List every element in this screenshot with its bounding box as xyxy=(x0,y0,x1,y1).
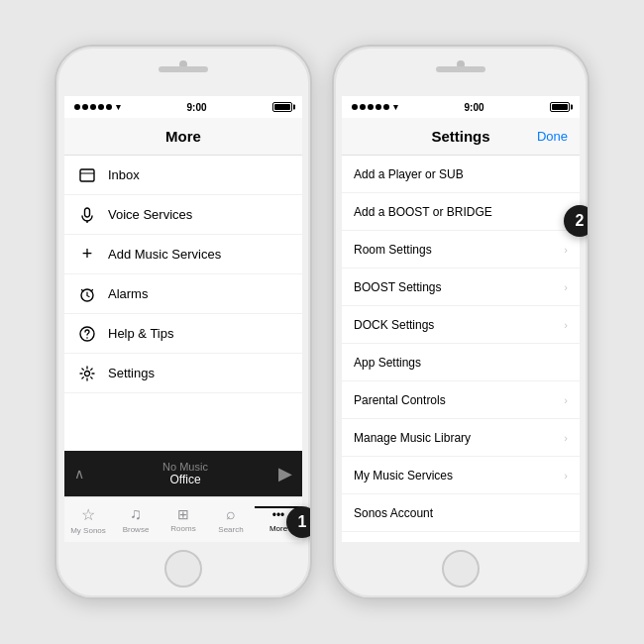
phone-home-button-1[interactable] xyxy=(164,550,202,588)
battery-2 xyxy=(550,102,570,112)
dock-chevron: › xyxy=(564,319,568,331)
alarms-label: Alarms xyxy=(108,286,290,301)
help-icon xyxy=(76,323,98,345)
status-bar-1: ▾ 9:00 xyxy=(64,96,302,118)
settings-datetime[interactable]: Date & Time Settings › xyxy=(342,532,580,542)
svg-point-6 xyxy=(85,371,90,376)
alarm-icon xyxy=(76,283,98,305)
rooms-label: Rooms xyxy=(170,524,195,533)
room-chevron: › xyxy=(564,244,568,256)
add-icon: + xyxy=(76,244,98,266)
nav-bar-2: Settings Done xyxy=(342,118,580,156)
settings-parental[interactable]: Parental Controls › xyxy=(342,381,580,419)
add-boost-label: Add a BOOST or BRIDGE xyxy=(354,205,568,219)
dot4 xyxy=(98,104,104,110)
svg-rect-0 xyxy=(80,169,94,181)
play-icon-1[interactable]: ▶ xyxy=(278,463,292,484)
my-sonos-icon: ☆ xyxy=(81,505,95,524)
player-info-1: No Music Office xyxy=(92,461,278,486)
settings-list: Add a Player or SUB Add a BOOST or BRIDG… xyxy=(342,156,580,542)
wifi-icon-1: ▾ xyxy=(116,102,121,112)
rooms-icon: ⊞ xyxy=(177,506,189,522)
settings-app[interactable]: App Settings xyxy=(342,344,580,381)
boost-chevron: › xyxy=(564,281,568,293)
music-library-chevron: › xyxy=(564,432,568,444)
settings-label: Settings xyxy=(108,366,290,380)
svg-rect-1 xyxy=(85,208,90,217)
settings-dock[interactable]: DOCK Settings › xyxy=(342,306,580,344)
browse-label: Browse xyxy=(123,525,150,534)
music-services-label: My Music Services xyxy=(354,469,564,483)
wifi-icon-2: ▾ xyxy=(393,102,398,112)
tab-bar-1: ☆ My Sonos ♫ Browse ⊞ Rooms ⌕ Search •••… xyxy=(64,496,302,542)
step-badge-1: 1 xyxy=(286,506,312,538)
menu-list-1: Inbox Voice Services + Add Music Service… xyxy=(64,156,302,451)
settings-music-services[interactable]: My Music Services › xyxy=(342,457,580,494)
settings-room[interactable]: Room Settings › xyxy=(342,231,580,268)
music-services-chevron: › xyxy=(564,470,568,482)
tab-browse[interactable]: ♫ Browse xyxy=(112,505,160,534)
nav-title-2: Settings xyxy=(431,128,489,145)
s2 xyxy=(360,104,366,110)
time-1: 9:00 xyxy=(186,102,206,113)
menu-item-settings[interactable]: Settings xyxy=(64,354,302,393)
parental-controls-label: Parental Controls xyxy=(354,393,564,407)
battery-1 xyxy=(272,102,292,112)
dot5 xyxy=(106,104,112,110)
screen-1: ▾ 9:00 More Inbox xyxy=(64,96,302,542)
menu-item-add-music[interactable]: + Add Music Services xyxy=(64,235,302,274)
menu-item-alarms[interactable]: Alarms xyxy=(64,274,302,314)
step-badge-2: 2 xyxy=(564,205,590,237)
sonos-account-label: Sonos Account xyxy=(354,506,568,520)
help-label: Help & Tips xyxy=(108,326,290,341)
bottom-player-1[interactable]: ∧ No Music Office ▶ xyxy=(64,451,302,496)
dock-settings-label: DOCK Settings xyxy=(354,318,564,332)
dot3 xyxy=(90,104,96,110)
settings-add-player[interactable]: Add a Player or SUB xyxy=(342,156,580,193)
signal-dots-1 xyxy=(74,104,112,110)
settings-account[interactable]: Sonos Account xyxy=(342,494,580,532)
s4 xyxy=(376,104,381,110)
menu-item-help[interactable]: Help & Tips xyxy=(64,314,302,354)
settings-add-boost[interactable]: Add a BOOST or BRIDGE xyxy=(342,193,580,231)
done-button[interactable]: Done xyxy=(537,129,568,144)
room-label: Office xyxy=(92,473,278,486)
signal-area-1: ▾ xyxy=(74,102,121,112)
search-icon: ⌕ xyxy=(226,505,236,523)
nav-title-1: More xyxy=(165,128,201,145)
battery-fill-1 xyxy=(274,104,290,110)
inbox-label: Inbox xyxy=(108,167,290,182)
s3 xyxy=(368,104,374,110)
phone-1: ▾ 9:00 More Inbox xyxy=(54,45,312,599)
svg-point-5 xyxy=(86,337,88,339)
tab-my-sonos[interactable]: ☆ My Sonos xyxy=(64,505,112,535)
inbox-icon xyxy=(76,164,98,186)
menu-item-inbox[interactable]: Inbox xyxy=(64,156,302,195)
signal-dots-2 xyxy=(352,104,389,110)
menu-item-voice[interactable]: Voice Services xyxy=(64,195,302,235)
signal-area-2: ▾ xyxy=(352,102,398,112)
phone-home-button-2[interactable] xyxy=(442,550,480,588)
add-player-label: Add a Player or SUB xyxy=(354,167,568,181)
status-bar-2: ▾ 9:00 xyxy=(342,96,580,118)
s1 xyxy=(352,104,358,110)
expand-icon-1: ∧ xyxy=(74,466,84,482)
parental-chevron: › xyxy=(564,394,568,406)
s5 xyxy=(383,104,389,110)
search-label: Search xyxy=(218,525,243,534)
time-2: 9:00 xyxy=(464,102,483,113)
voice-icon xyxy=(76,204,98,226)
add-music-label: Add Music Services xyxy=(108,247,290,262)
music-library-label: Manage Music Library xyxy=(354,431,564,445)
more-icon: ••• xyxy=(272,508,285,522)
more-label: More xyxy=(269,524,287,533)
tab-search[interactable]: ⌕ Search xyxy=(207,505,255,534)
settings-boost[interactable]: BOOST Settings › xyxy=(342,268,580,306)
settings-icon xyxy=(76,363,98,384)
phone-speaker-2 xyxy=(436,66,485,72)
phone-speaker-1 xyxy=(159,66,208,72)
tab-rooms[interactable]: ⊞ Rooms xyxy=(160,506,207,533)
room-settings-label: Room Settings xyxy=(354,243,564,257)
settings-music-library[interactable]: Manage Music Library › xyxy=(342,419,580,457)
screen-2: ▾ 9:00 Settings Done Add a Player or SUB… xyxy=(342,96,580,542)
